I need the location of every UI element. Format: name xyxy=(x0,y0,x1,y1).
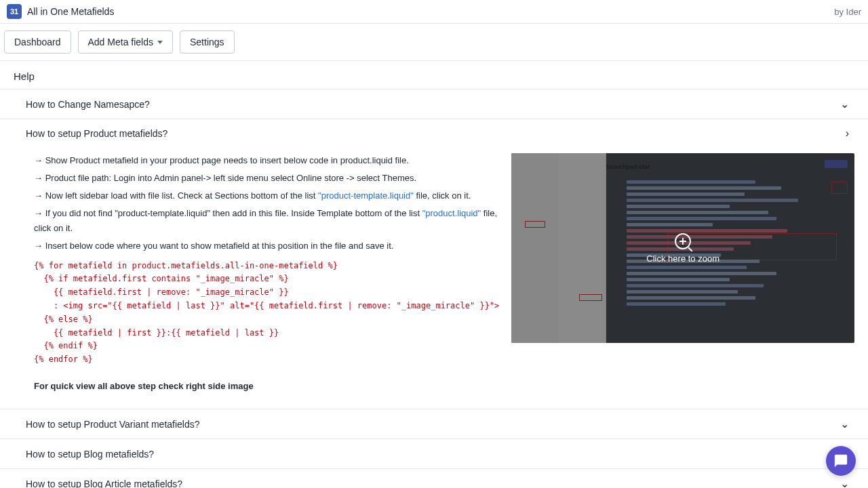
accordion-title: How to setup Product metafields? xyxy=(26,128,167,139)
accordion-item: How to setup Blog metafields? ⌄ xyxy=(0,439,868,469)
step-text: Insert below code where you want to show… xyxy=(45,241,394,251)
instructions: → Show Product metafield in your product… xyxy=(34,153,499,396)
arrow-icon: → xyxy=(34,190,43,201)
zoom-label: Click here to zoom xyxy=(646,253,719,264)
accordion-title: How to setup Blog Article metafields? xyxy=(26,479,182,488)
app-icon: 31 xyxy=(7,4,22,19)
accordion-header-blog[interactable]: How to setup Blog metafields? ⌄ xyxy=(0,439,868,468)
arrow-icon: → xyxy=(34,155,43,165)
dashboard-button[interactable]: Dashboard xyxy=(4,30,71,54)
step-text: Now left sidebar load with file list. Ch… xyxy=(45,190,318,201)
accordion: How to Change Namesapce? ⌄ How to setup … xyxy=(0,89,868,488)
accordion-item: How to setup Product Variant metafields?… xyxy=(0,409,868,439)
chat-bubble-button[interactable] xyxy=(826,446,856,476)
topbar: 31 All in One Metafields by Ider xyxy=(0,0,868,24)
accordion-title: How to setup Product Variant metafields? xyxy=(26,419,200,430)
filename-link[interactable]: "product.liquid" xyxy=(422,208,481,218)
code-snippet: {% for metafield in product.metafields.a… xyxy=(34,260,499,367)
settings-button[interactable]: Settings xyxy=(180,30,235,54)
accordion-header-product[interactable]: How to setup Product metafields? › xyxy=(0,119,868,148)
app-title: All in One Metafields xyxy=(27,6,114,17)
chat-icon xyxy=(833,453,848,468)
settings-label: Settings xyxy=(190,37,224,47)
accordion-item: How to Change Namesapce? ⌄ xyxy=(0,89,868,119)
chevron-down-icon xyxy=(157,41,163,44)
page-title: Help xyxy=(0,61,868,89)
accordion-item: How to setup Blog Article metafields? ⌄ xyxy=(0,469,868,488)
accordion-header-variant[interactable]: How to setup Product Variant metafields?… xyxy=(0,409,868,439)
accordion-title: How to Change Namesapce? xyxy=(26,99,150,110)
chevron-down-icon: ⌄ xyxy=(840,477,849,488)
accordion-header-namespace[interactable]: How to Change Namesapce? ⌄ xyxy=(0,89,868,119)
filename-link[interactable]: "product-template.liquid" xyxy=(318,190,414,201)
step-text: Show Product metafield in your product p… xyxy=(45,155,409,165)
quick-note: For quick view all above step check righ… xyxy=(34,379,499,394)
arrow-icon: → xyxy=(34,241,43,251)
step-text: file, click on it. xyxy=(414,190,471,201)
screenshot-preview[interactable]: launchpad-star xyxy=(511,153,854,343)
accordion-item: How to setup Product metafields? › → Sho… xyxy=(0,119,868,409)
chevron-down-icon: ⌄ xyxy=(840,98,849,110)
accordion-body: → Show Product metafield in your product… xyxy=(0,148,868,409)
add-meta-label: Add Meta fields xyxy=(88,37,154,47)
zoom-icon xyxy=(675,233,691,249)
add-meta-fields-button[interactable]: Add Meta fields xyxy=(78,30,174,54)
toolbar: Dashboard Add Meta fields Settings xyxy=(0,24,868,61)
chevron-right-icon: › xyxy=(846,127,849,140)
step-text: Product file path: Login into Admin pane… xyxy=(45,173,417,183)
chevron-down-icon: ⌄ xyxy=(840,418,849,430)
accordion-title: How to setup Blog metafields? xyxy=(26,449,154,460)
arrow-icon: → xyxy=(34,173,43,183)
arrow-icon: → xyxy=(34,208,43,218)
accordion-header-blog-article[interactable]: How to setup Blog Article metafields? ⌄ xyxy=(0,469,868,488)
byline: by Ider xyxy=(834,7,861,17)
step-text: If you did not find "product-template.li… xyxy=(45,208,422,218)
dashboard-label: Dashboard xyxy=(14,37,61,47)
